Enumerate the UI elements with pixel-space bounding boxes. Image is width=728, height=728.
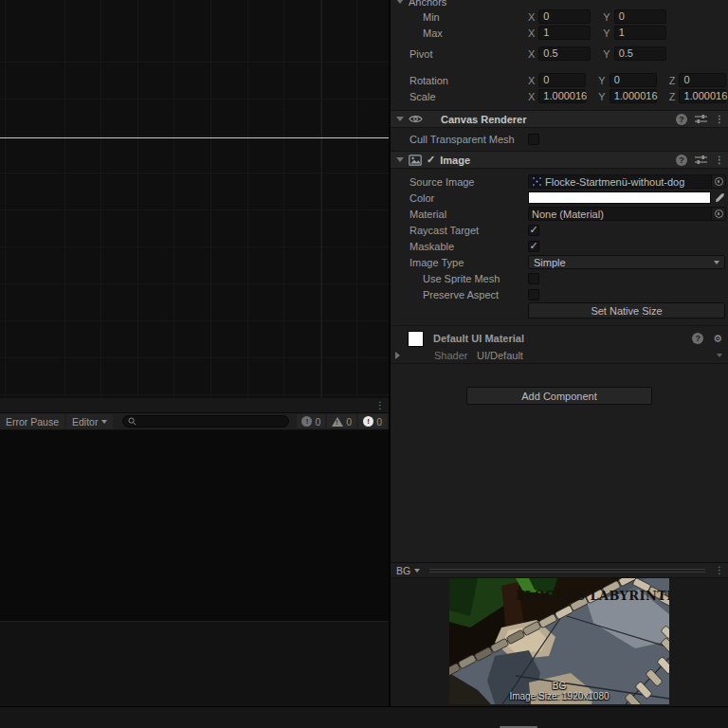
min-label: Min	[423, 11, 528, 23]
preview-drag-handle[interactable]	[429, 569, 705, 573]
console-counters: ! 0 0 ! 0	[297, 414, 389, 428]
pivot-x-field[interactable]: 0.5	[538, 46, 591, 61]
anchor-max-x-field[interactable]: 1	[538, 26, 591, 40]
image-foldout-icon[interactable]	[396, 157, 404, 162]
object-picker-icon[interactable]	[712, 207, 726, 221]
gear-icon[interactable]: ⚙	[713, 334, 722, 344]
kebab-menu-icon[interactable]: ⋮	[715, 155, 722, 165]
scale-y-field[interactable]: 1.000016	[610, 89, 657, 103]
color-label: Color	[410, 192, 528, 204]
rotation-x-field[interactable]: 0	[538, 73, 586, 87]
add-component-button[interactable]: Add Component	[466, 387, 652, 405]
source-image-value: Flocke-Startmenü-without-dog	[545, 176, 684, 188]
unity-editor-window: ⋮ Error Pause Editor ! 0 0 !	[0, 0, 728, 728]
cull-transparent-mesh-label: Cull Transparent Mesh	[410, 134, 528, 145]
image-enabled-checkbox[interactable]: ✓	[427, 155, 435, 165]
axis-y-label[interactable]: Y	[598, 91, 605, 102]
preview-tab-label: BG	[396, 565, 410, 576]
inspector-panel: Anchors Min X0 Y0 Max X1 Y1 Pivot X0.5 Y…	[391, 0, 728, 562]
help-icon[interactable]: ?	[692, 333, 703, 344]
console-tab-bar: ⋮	[0, 398, 389, 413]
axis-y-label[interactable]: Y	[603, 48, 610, 60]
image-type-dropdown[interactable]: Simple	[528, 255, 725, 269]
eye-icon	[409, 114, 423, 124]
error-count-toggle[interactable]: ! 0	[358, 414, 387, 428]
warning-icon	[332, 417, 343, 427]
use-sprite-mesh-checkbox[interactable]	[528, 273, 539, 284]
scene-view[interactable]	[0, 0, 389, 398]
axis-x-label[interactable]: X	[528, 27, 535, 39]
eyedropper-icon[interactable]	[715, 192, 725, 203]
color-swatch-field[interactable]	[528, 191, 711, 204]
cull-transparent-mesh-checkbox[interactable]	[528, 134, 539, 145]
rotation-z-field[interactable]: 0	[679, 73, 726, 87]
use-sprite-mesh-row: Use Sprite Mesh	[391, 270, 728, 286]
axis-x-label[interactable]: X	[528, 48, 535, 60]
axis-y-label[interactable]: Y	[603, 27, 610, 39]
object-picker-icon[interactable]	[712, 174, 726, 189]
error-pause-button[interactable]: Error Pause	[0, 414, 64, 429]
scale-row: Scale X1.000016 Y1.000016 Z1.000016	[391, 88, 728, 104]
scale-z-field[interactable]: 1.000016	[679, 89, 726, 103]
status-bar	[0, 706, 728, 728]
maskable-checkbox[interactable]: ✓	[528, 241, 539, 252]
sprite-preview-image: FLOCKES LABYRINTH BG Image Size: 1920x10…	[449, 578, 669, 704]
anchor-min-x-field[interactable]: 0	[538, 9, 591, 24]
axis-y-label[interactable]: Y	[603, 11, 610, 23]
rotation-y-field[interactable]: 0	[610, 73, 657, 87]
scale-label: Scale	[410, 91, 528, 102]
preserve-aspect-checkbox[interactable]	[528, 289, 539, 300]
help-icon[interactable]: ?	[676, 155, 687, 166]
editor-label: Editor	[72, 416, 98, 428]
console-kebab-menu-icon[interactable]: ⋮	[375, 401, 383, 410]
axis-x-label[interactable]: X	[528, 75, 535, 86]
set-native-size-button[interactable]: Set Native Size	[528, 302, 725, 318]
canvas-renderer-foldout-icon[interactable]	[396, 117, 404, 121]
axis-z-label[interactable]: Z	[669, 91, 676, 102]
material-value: None (Material)	[532, 209, 604, 220]
raycast-target-checkbox[interactable]: ✓	[528, 225, 539, 236]
error-count: 0	[376, 416, 382, 428]
axis-z-label[interactable]: Z	[669, 75, 676, 86]
presets-icon[interactable]	[695, 114, 707, 124]
pivot-y-field[interactable]: 0.5	[614, 46, 666, 61]
anchor-min-y-field[interactable]: 0	[614, 9, 666, 24]
axis-x-label[interactable]: X	[528, 91, 535, 102]
max-label: Max	[423, 27, 528, 39]
info-count: 0	[315, 416, 320, 428]
help-icon[interactable]: ?	[676, 114, 687, 125]
axis-x-label[interactable]: X	[528, 11, 535, 23]
preview-pane: BG ⋮	[391, 562, 728, 706]
raycast-target-label: Raycast Target	[410, 225, 528, 236]
console-search-input[interactable]	[122, 415, 289, 428]
cull-transparent-mesh-row: Cull Transparent Mesh	[391, 131, 728, 147]
preview-kebab-menu-icon[interactable]: ⋮	[715, 566, 722, 575]
console-log-area[interactable]	[0, 430, 389, 621]
image-type-row: Image Type Simple	[391, 254, 728, 270]
anchor-min-row: Min X0 Y0	[391, 9, 728, 25]
info-count-toggle[interactable]: ! 0	[297, 414, 325, 428]
material-object-field[interactable]: None (Material)	[528, 207, 712, 221]
maskable-row: Maskable ✓	[391, 238, 728, 254]
warning-count-toggle[interactable]: 0	[327, 414, 356, 428]
preview-header: BG ⋮	[391, 562, 728, 578]
source-image-object-field[interactable]: Flocke-Startmenü-without-dog	[528, 174, 712, 189]
preview-tab-dropdown[interactable]: BG	[396, 565, 420, 576]
scale-x-field[interactable]: 1.000016	[538, 89, 586, 103]
image-component-header[interactable]: ✓ Image ? ⋮	[391, 151, 728, 169]
chevron-down-icon	[714, 261, 719, 264]
canvas-renderer-header[interactable]: Canvas Renderer ? ⋮	[391, 110, 728, 128]
console-toolbar: Error Pause Editor ! 0 0 ! 0	[0, 413, 389, 430]
axis-y-label[interactable]: Y	[598, 75, 605, 86]
kebab-menu-icon[interactable]: ⋮	[715, 115, 722, 124]
presets-icon[interactable]	[695, 155, 707, 165]
editor-dropdown-button[interactable]: Editor	[66, 414, 113, 429]
image-type-label: Image Type	[410, 257, 528, 268]
image-type-value: Simple	[534, 257, 566, 268]
shader-value[interactable]: UI/Default	[477, 350, 523, 361]
anchor-max-y-field[interactable]: 1	[614, 26, 666, 40]
anchors-foldout-icon[interactable]	[396, 0, 404, 4]
pivot-label: Pivot	[410, 48, 528, 60]
shader-foldout-icon[interactable]	[395, 352, 400, 359]
material-preview-block: Default UI Material ? ⚙ Shader UI/Defaul…	[391, 325, 728, 364]
